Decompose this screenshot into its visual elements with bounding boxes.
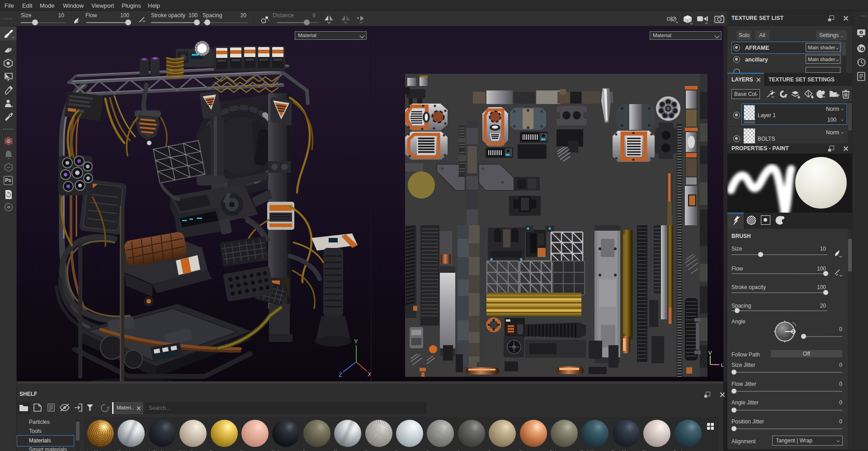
svg-text:V: V [708,351,712,356]
svg-text:X: X [368,371,371,378]
svg-text:Y: Y [354,338,358,345]
svg-text:D: D [667,16,670,22]
svg-text:Z: Z [339,371,342,378]
